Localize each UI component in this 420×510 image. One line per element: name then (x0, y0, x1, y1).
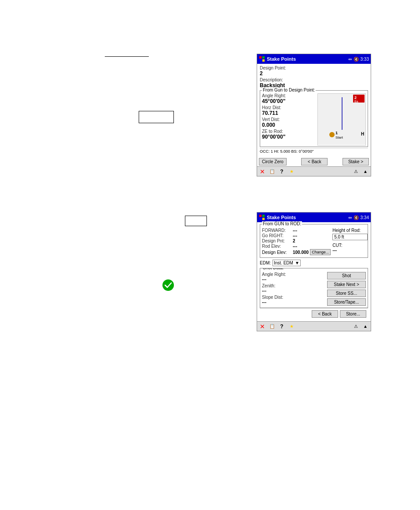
height-of-rod-label: Height of Rod: (332, 228, 368, 233)
height-of-rod-input[interactable] (332, 234, 368, 240)
design-point-label: Design Point: (260, 66, 368, 70)
forward-value: --- (293, 228, 297, 233)
diagram-area: 2 Ba 1 Start H (317, 93, 366, 146)
ze-to-rod-label: ZE to Rod: (262, 129, 316, 134)
window2-title: Stake Points (267, 215, 296, 220)
svg-rect-16 (262, 215, 265, 217)
svg-text:Ba: Ba (354, 100, 358, 103)
expand-icon[interactable]: ▲ (362, 168, 369, 175)
window1-time: 3:33 (361, 57, 369, 62)
description-label: Description: (260, 77, 368, 82)
window-stake-points-2: Stake Points ⇔ 🔇 3:34 From GUN to ROD: F… (257, 212, 371, 331)
back-button-1[interactable]: < Back (301, 158, 328, 165)
close-taskbar-icon[interactable]: ✕ (259, 168, 266, 175)
section-from-gun-rod-label: From GUN to ROD: (262, 221, 302, 226)
taskbar-1: ✕ 📋 ? ★ ⚠ ▲ (257, 166, 371, 176)
edm-row: EDM: Inst. EDM ▼ (260, 260, 368, 266)
titlebar-right-2: ⇔ 🔇 3:34 (348, 215, 369, 220)
shot-button[interactable]: Shot (327, 272, 366, 279)
edm-dropdown-icon[interactable]: ▼ (295, 261, 299, 265)
window2-bottom-buttons: < Back Store... (260, 308, 368, 319)
svg-rect-1 (259, 56, 262, 59)
clipboard-icon[interactable]: 📋 (269, 168, 276, 175)
rect-box-top (139, 111, 174, 123)
slope-dist-value: --- (262, 300, 327, 305)
svg-point-0 (162, 279, 174, 291)
rod-elev-value: --- (293, 244, 297, 249)
expand-icon-2[interactable]: ▲ (362, 323, 369, 330)
store-button[interactable]: Store... (340, 310, 366, 318)
go-right-label: Go RIGHT: (262, 233, 293, 238)
from-gun-rod-left: FORWARD: --- Go RIGHT: --- Design Pnt: 2… (262, 228, 331, 256)
svg-rect-3 (259, 59, 262, 62)
design-pnt-value-2: 2 (293, 238, 295, 243)
window1-buttons: Circle Zero < Back Stake > (257, 156, 371, 166)
angle-right-label-2: Angle Right: (262, 272, 327, 277)
vert-dist-value: 0.000 (262, 122, 316, 128)
svg-text:Start: Start (335, 136, 343, 139)
store-tape-button[interactable]: Store/Tape... (327, 298, 366, 306)
vert-dist-label: Vert Dist: (262, 117, 316, 122)
design-elev-value: 100.000 (293, 250, 309, 255)
arrows-icon: ⇔ (348, 57, 352, 62)
arrows-icon-2: ⇔ (348, 215, 352, 220)
zenith-value: --- (262, 288, 327, 293)
svg-rect-15 (259, 215, 262, 217)
section-from-gun-label: From Gun to Design Point: (262, 88, 316, 92)
go-right-value: --- (293, 233, 297, 238)
mute-icon-2: 🔇 (354, 215, 359, 220)
svg-rect-2 (262, 56, 265, 59)
svg-rect-17 (259, 218, 262, 220)
help-icon[interactable]: ? (278, 168, 285, 175)
forward-label: FORWARD: (262, 228, 293, 233)
svg-text:2: 2 (354, 95, 357, 100)
star-icon[interactable]: ★ (288, 168, 295, 175)
svg-point-11 (329, 132, 335, 137)
green-check-icon (162, 279, 174, 291)
window2-time: 3:34 (361, 215, 369, 220)
rect-box-mid (185, 216, 207, 226)
decorative-line (105, 56, 149, 57)
back-button-2[interactable]: < Back (312, 310, 338, 318)
store-ss-button[interactable]: Store SS... (327, 290, 366, 297)
help-icon-2[interactable]: ? (278, 323, 285, 330)
warning-icon: ⚠ (352, 168, 359, 175)
window2-body: From GUN to ROD: FORWARD: --- Go RIGHT: … (257, 222, 371, 321)
edm-label: EDM: (260, 261, 271, 265)
windows-logo-icon-2 (259, 214, 265, 220)
mute-icon: 🔇 (354, 57, 359, 62)
stake-next-button[interactable]: Stake Next > (327, 281, 366, 288)
titlebar-2: Stake Points ⇔ 🔇 3:34 (257, 213, 371, 222)
window1-title: Stake Points (267, 56, 296, 62)
change-button[interactable]: Change... (310, 249, 331, 255)
titlebar-left-2: Stake Points (259, 214, 296, 220)
rod-elev-label: Rod Elev: (262, 244, 293, 249)
close-taskbar-icon-2[interactable]: ✕ (259, 323, 266, 330)
angle-right-label-1: Angle Right: (262, 93, 316, 98)
zenith-label: Zenith: (262, 283, 327, 288)
star-icon-2[interactable]: ★ (288, 323, 295, 330)
occ-line: OCC: 1 HI: 5.000 BS: 0°00'00" (260, 148, 368, 154)
shot-data-left: Angle Right: --- Zenith: --- Slope Dist:… (262, 272, 327, 306)
edm-value: Inst. EDM (274, 261, 293, 265)
svg-text:1: 1 (335, 131, 338, 135)
circle-zero-button[interactable]: Circle Zero (259, 158, 287, 165)
design-elev-label: Design Elev: (262, 250, 293, 255)
window1-body: Design Point: 2 Description: Backsight F… (257, 64, 371, 156)
ze-to-rod-value: 90°00'00" (262, 134, 316, 140)
slope-dist-label: Slope Dist: (262, 295, 327, 300)
taskbar-2: ✕ 📋 ? ★ ⚠ ▲ (257, 321, 371, 331)
clipboard-icon-2[interactable]: 📋 (269, 323, 276, 330)
titlebar-1: Stake Points ⇔ 🔇 3:33 (257, 54, 371, 64)
warning-icon-2: ⚠ (352, 323, 359, 330)
from-gun-rod-right: Height of Rod: CUT: --- (332, 228, 368, 256)
stake-button-1[interactable]: Stake > (343, 158, 369, 165)
edm-select[interactable]: Inst. EDM ▼ (273, 260, 301, 266)
left-measurements: Angle Right: 45°00'00" Horz Dist: 70.711… (262, 93, 316, 146)
windows-logo-icon (259, 56, 265, 62)
svg-rect-4 (262, 59, 265, 62)
cut-label: CUT: (332, 243, 368, 248)
section-shot-label: Shot Data: (262, 268, 284, 270)
horz-dist-label: Horz Dist: (262, 105, 316, 110)
angle-right-value-1: 45°00'00" (262, 98, 316, 104)
